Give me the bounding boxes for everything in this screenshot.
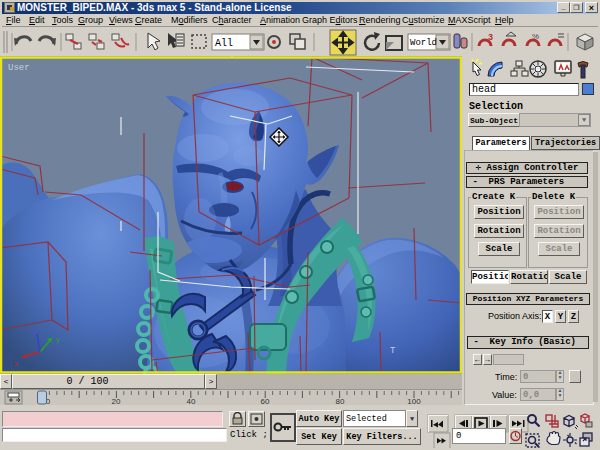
svg-text:%: % — [532, 32, 539, 41]
svg-text:3: 3 — [488, 32, 493, 42]
svg-text:y: y — [56, 336, 60, 344]
svg-text:World: World — [410, 38, 437, 48]
svg-text:x: x — [14, 360, 18, 368]
svg-text:z: z — [32, 327, 36, 335]
svg-text:User: User — [8, 63, 30, 73]
svg-text:All: All — [215, 38, 233, 49]
svg-text:T: T — [390, 346, 396, 356]
